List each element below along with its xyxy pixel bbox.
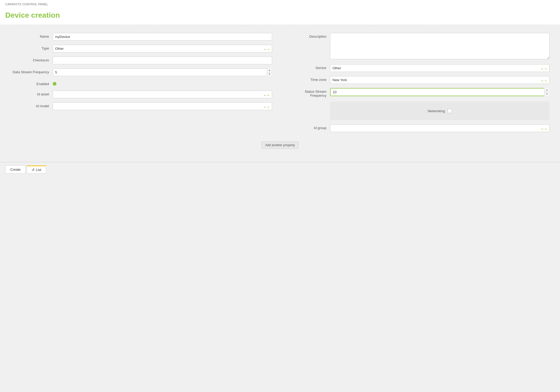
status-stream-field-wrapper: ▲ ▼: [330, 88, 549, 96]
id-asset-field-wrapper: ⌄⌄: [53, 91, 272, 98]
status-stream-down-button[interactable]: ▼: [544, 92, 549, 96]
networking-label: Networking: [428, 109, 445, 113]
type-select[interactable]: Other: [53, 45, 272, 52]
create-button[interactable]: Create: [5, 165, 26, 174]
timezone-select[interactable]: New York: [330, 76, 549, 84]
add-property-row: Add another property: [11, 136, 549, 154]
sensor-label: Sensor: [288, 64, 330, 70]
id-asset-select[interactable]: [53, 91, 272, 98]
list-button[interactable]: ↺ List: [27, 165, 46, 174]
enabled-row: Enabled: [11, 80, 272, 86]
timezone-label: Time zone: [288, 76, 330, 82]
form-container: Name Type Other ⌄⌄: [0, 25, 560, 162]
networking-checkbox[interactable]: [448, 109, 452, 113]
type-label: Type: [11, 45, 53, 50]
checksum-input[interactable]: [53, 57, 272, 64]
undo-icon: ↺: [32, 168, 35, 172]
type-row: Type Other ⌄⌄: [11, 45, 272, 52]
sensor-field-wrapper: Other ⌄⌄: [330, 64, 549, 72]
id-asset-select-wrapper: ⌄⌄: [53, 91, 272, 98]
sensor-row: Sensor Other ⌄⌄: [288, 64, 549, 72]
description-row: Description: [288, 33, 549, 60]
data-stream-up-button[interactable]: ▲: [267, 68, 272, 72]
id-model-field-wrapper: ⌄⌄: [53, 102, 272, 110]
page-title: Device creation: [5, 11, 555, 19]
data-stream-row: Data Stream Frequency ▲ ▼: [11, 68, 272, 76]
type-select-wrapper: Other ⌄⌄: [53, 45, 272, 52]
sensor-select[interactable]: Other: [330, 64, 549, 72]
description-field-wrapper: [330, 33, 549, 60]
footer: Create ↺ List: [0, 162, 560, 177]
add-property-button[interactable]: Add another property: [261, 141, 299, 149]
status-stream-spinner: ▲ ▼: [330, 88, 549, 96]
checksum-row: Checksum: [11, 57, 272, 64]
data-stream-down-button[interactable]: ▼: [267, 72, 272, 76]
enabled-indicator[interactable]: [53, 82, 56, 86]
description-input[interactable]: [330, 33, 549, 59]
sensor-select-wrapper: Other ⌄⌄: [330, 64, 549, 72]
networking-section-wrapper: Networking: [330, 102, 549, 120]
description-label: Description: [288, 33, 330, 38]
list-button-label: List: [36, 168, 41, 172]
status-stream-spinner-buttons: ▲ ▼: [544, 88, 549, 96]
timezone-row: Time zone New York ⌄⌄: [288, 76, 549, 84]
id-asset-row: Id asset ⌄⌄: [11, 91, 272, 98]
left-column: Name Type Other ⌄⌄: [11, 33, 272, 136]
data-stream-field-wrapper: ▲ ▼: [53, 68, 272, 76]
status-stream-row: Status Stream Frequency ▲ ▼: [288, 88, 549, 97]
right-column: Description Sensor Other ⌄⌄: [288, 33, 549, 136]
id-model-select[interactable]: [53, 102, 272, 110]
status-stream-label: Status Stream Frequency: [288, 88, 330, 97]
name-field-wrapper: [53, 33, 272, 41]
id-asset-label: Id asset: [11, 91, 53, 96]
name-row: Name: [11, 33, 272, 41]
enabled-label: Enabled: [11, 80, 53, 86]
name-input[interactable]: [53, 33, 272, 41]
name-label: Name: [11, 33, 53, 38]
data-stream-input[interactable]: [53, 68, 272, 76]
status-stream-input[interactable]: [330, 88, 549, 96]
networking-spacer: [288, 102, 330, 103]
timezone-field-wrapper: New York ⌄⌄: [330, 76, 549, 84]
checksum-field-wrapper: [53, 57, 272, 64]
top-bar: CARRIOTS CONTROL PANEL: [0, 0, 560, 8]
enabled-field-wrapper: [53, 80, 272, 86]
checksum-label: Checksum: [11, 57, 53, 62]
id-group-select-wrapper: ⌄⌄: [330, 124, 549, 132]
networking-row: Networking: [288, 102, 549, 120]
app-title: CARRIOTS CONTROL PANEL: [5, 3, 48, 6]
id-group-select[interactable]: [330, 124, 549, 132]
id-model-row: Id model ⌄⌄: [11, 102, 272, 110]
data-stream-label: Data Stream Frequency: [11, 68, 53, 74]
page-header: Device creation: [0, 8, 560, 25]
id-model-label: Id model: [11, 102, 53, 108]
networking-section: Networking: [330, 102, 549, 120]
timezone-select-wrapper: New York ⌄⌄: [330, 76, 549, 84]
id-model-select-wrapper: ⌄⌄: [53, 102, 272, 110]
data-stream-spinner: ▲ ▼: [53, 68, 272, 76]
type-field-wrapper: Other ⌄⌄: [53, 45, 272, 52]
status-stream-up-button[interactable]: ▲: [544, 88, 549, 92]
id-group-row: Id group ⌄⌄: [288, 124, 549, 132]
id-group-field-wrapper: ⌄⌄: [330, 124, 549, 132]
id-group-label: Id group: [288, 124, 330, 130]
data-stream-spinner-buttons: ▲ ▼: [267, 68, 272, 76]
